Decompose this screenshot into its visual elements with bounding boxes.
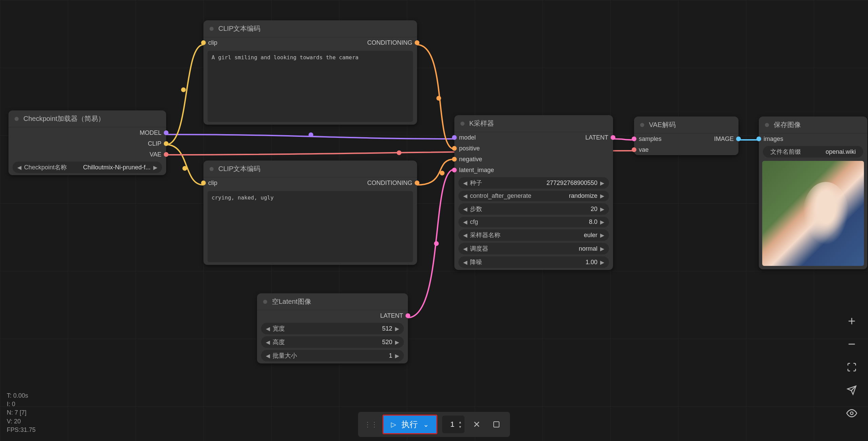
arrow-right-icon[interactable]: ▶ (600, 193, 604, 199)
port-in-negative[interactable] (452, 157, 457, 162)
arrow-left-icon[interactable]: ◀ (463, 193, 467, 199)
widget-width[interactable]: ◀ 宽度 512 ▶ (261, 323, 404, 334)
port-in-model[interactable] (452, 135, 457, 140)
output-vae[interactable]: VAE (8, 149, 166, 160)
widget-scheduler[interactable]: ◀调度器normal▶ (458, 243, 609, 254)
arrow-right-icon[interactable]: ▶ (395, 339, 399, 345)
arrow-left-icon[interactable]: ◀ (463, 259, 467, 266)
widget-height[interactable]: ◀ 高度 520 ▶ (261, 336, 404, 348)
widget-value: Chilloutmix-Ni-pruned-f... (70, 164, 151, 171)
input-images[interactable]: images (759, 133, 867, 144)
widget-steps[interactable]: ◀步数20▶ (458, 203, 609, 215)
port-out-latent[interactable] (611, 135, 615, 140)
node-canvas[interactable]: Checkpoint加载器（简易） MODEL CLIP VAE ◀ Check… (0, 0, 868, 441)
output-preview-image[interactable] (762, 161, 864, 266)
port-out-model[interactable] (164, 130, 169, 135)
widget-value: openai.wiki (804, 148, 856, 155)
arrow-right-icon[interactable]: ▶ (600, 219, 604, 225)
widget-filename-prefix[interactable]: 文件名前缀 openai.wiki (763, 146, 863, 158)
arrow-left-icon[interactable]: ◀ (463, 232, 467, 238)
node-header[interactable]: CLIP文本编码 (203, 161, 417, 177)
arrow-left-icon[interactable]: ◀ (463, 219, 467, 225)
arrow-right-icon[interactable]: ▶ (600, 259, 604, 266)
arrow-right-icon[interactable]: ▶ (600, 246, 604, 252)
arrow-right-icon[interactable]: ▶ (153, 164, 157, 171)
port-in-images[interactable] (756, 136, 761, 141)
batch-count-stepper[interactable]: 1 ▴▾ (442, 416, 465, 433)
widget-value: 8.0 (481, 218, 597, 226)
zoom-in-button[interactable] (844, 314, 859, 329)
stop-button[interactable] (489, 417, 504, 432)
widget-control-after-generate[interactable]: ◀control_after_generaterandomize▶ (458, 191, 609, 201)
zoom-out-button[interactable] (844, 337, 859, 352)
port-out-conditioning[interactable] (415, 181, 419, 185)
port-in-latent-image[interactable] (452, 168, 457, 172)
prompt-textarea[interactable]: A girl smiling and looking towards the c… (208, 51, 413, 122)
output-clip[interactable]: CLIP (8, 138, 166, 149)
arrow-left-icon[interactable]: ◀ (463, 180, 467, 186)
node-checkpoint-loader[interactable]: Checkpoint加载器（简易） MODEL CLIP VAE ◀ Check… (8, 110, 166, 175)
node-header[interactable]: Checkpoint加载器（简易） (8, 110, 166, 127)
widget-batch-size[interactable]: ◀ 批量大小 1 ▶ (261, 350, 404, 361)
io-row: clip CONDITIONING (203, 37, 417, 48)
arrow-left-icon[interactable]: ◀ (266, 326, 270, 332)
widget-seed[interactable]: ◀种子277292768900550▶ (458, 177, 609, 189)
input-negative[interactable]: negative (454, 154, 613, 165)
fit-view-button[interactable] (844, 360, 859, 375)
arrow-left-icon[interactable]: ◀ (463, 246, 467, 252)
arrow-left-icon[interactable]: ◀ (17, 164, 21, 171)
output-latent[interactable]: LATENT (257, 310, 408, 321)
port-out-latent[interactable] (406, 313, 410, 318)
drag-handle-icon[interactable]: ⋮⋮ (364, 420, 378, 428)
node-vae-decode[interactable]: VAE解码 samples IMAGE vae (634, 117, 738, 155)
arrow-right-icon[interactable]: ▶ (600, 232, 604, 238)
port-out-clip[interactable] (164, 141, 169, 146)
port-in-vae[interactable] (632, 147, 636, 152)
node-header[interactable]: 保存图像 (759, 117, 867, 133)
input-vae[interactable]: vae (634, 144, 738, 155)
node-ksampler[interactable]: K采样器 model LATENT positive negative late… (454, 115, 613, 270)
widget-checkpoint-name[interactable]: ◀ Checkpoint名称 Chilloutmix-Ni-pruned-f..… (13, 162, 162, 173)
node-save-image[interactable]: 保存图像 images 文件名前缀 openai.wiki (759, 117, 867, 269)
widget-sampler-name[interactable]: ◀采样器名称euler▶ (458, 229, 609, 241)
decrement-icon[interactable]: ▾ (459, 424, 461, 429)
port-in-clip[interactable] (201, 181, 206, 185)
port-out-image[interactable] (736, 136, 741, 141)
arrow-right-icon[interactable]: ▶ (395, 326, 399, 332)
arrow-left-icon[interactable]: ◀ (266, 339, 270, 345)
input-latent-image[interactable]: latent_image (454, 165, 613, 175)
node-title: CLIP文本编码 (218, 24, 260, 33)
cancel-button[interactable]: ✕ (469, 417, 484, 432)
toggle-visibility-button[interactable] (844, 406, 859, 421)
node-header[interactable]: 空Latent图像 (257, 293, 408, 310)
port-out-vae[interactable] (164, 152, 169, 157)
arrow-left-icon[interactable]: ◀ (266, 353, 270, 359)
node-header[interactable]: K采样器 (454, 115, 613, 132)
node-title: VAE解码 (649, 120, 676, 129)
arrow-right-icon[interactable]: ▶ (600, 180, 604, 186)
widget-denoise[interactable]: ◀降噪1.00▶ (458, 256, 609, 268)
increment-icon[interactable]: ▴ (459, 420, 461, 424)
port-in-samples[interactable] (632, 136, 636, 141)
arrow-right-icon[interactable]: ▶ (600, 206, 604, 212)
output-model[interactable]: MODEL (8, 127, 166, 138)
widget-label: 降噪 (470, 258, 482, 266)
node-empty-latent-image[interactable]: 空Latent图像 LATENT ◀ 宽度 512 ▶ ◀ 高度 520 ▶ ◀… (257, 293, 408, 363)
port-in-positive[interactable] (452, 146, 457, 151)
input-positive[interactable]: positive (454, 143, 613, 154)
node-header[interactable]: CLIP文本编码 (203, 20, 417, 37)
port-out-conditioning[interactable] (415, 40, 419, 45)
prompt-textarea[interactable]: crying, naked, ugly (208, 191, 413, 262)
node-header[interactable]: VAE解码 (634, 117, 738, 133)
stat-fps: FPS:31.75 (7, 426, 36, 434)
port-in-clip[interactable] (201, 40, 206, 45)
widget-label: 种子 (470, 179, 482, 187)
locate-button[interactable] (844, 383, 859, 398)
chevron-down-icon[interactable]: ⌄ (423, 420, 429, 428)
arrow-left-icon[interactable]: ◀ (463, 206, 467, 212)
node-clip-text-encode-negative[interactable]: CLIP文本编码 clip CONDITIONING crying, naked… (203, 161, 417, 265)
arrow-right-icon[interactable]: ▶ (395, 353, 399, 359)
run-button[interactable]: ▷ 执行 ⌄ (383, 416, 436, 433)
node-clip-text-encode-positive[interactable]: CLIP文本编码 clip CONDITIONING A girl smilin… (203, 20, 417, 125)
widget-cfg[interactable]: ◀cfg8.0▶ (458, 217, 609, 227)
